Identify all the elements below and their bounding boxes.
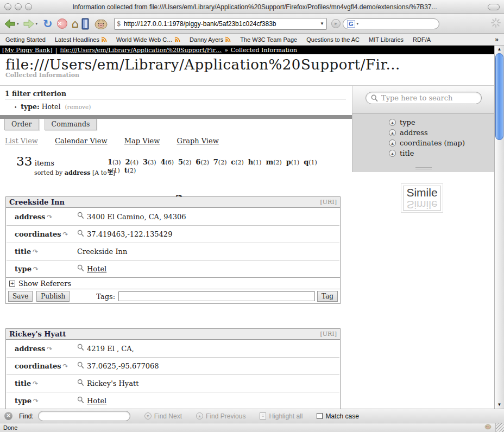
facet-expand-icon[interactable]: ▲	[389, 129, 396, 136]
vertical-scrollbar[interactable]: ▲ ▼	[494, 46, 504, 409]
bookmark-getting-started[interactable]: Getting Started	[5, 36, 46, 43]
stop-button[interactable]: ✕	[57, 18, 67, 29]
go-button[interactable]: ▸	[331, 19, 341, 28]
tags-input[interactable]	[118, 291, 315, 301]
highlight-all-button[interactable]: ≡ Highlight all	[260, 412, 303, 420]
breadcrumb-path-link[interactable]: file:///Users/em/Library/Application%20S…	[60, 47, 222, 54]
minimize-window-button[interactable]	[15, 3, 22, 10]
publish-button[interactable]: Publish	[36, 291, 70, 302]
search-magnifier-icon[interactable]	[77, 230, 84, 237]
breadcrumb-my-piggy-bank-link[interactable]: [My Piggy Bank]	[2, 47, 53, 54]
type-value-link[interactable]: Hotel	[87, 265, 106, 273]
zoom-window-button[interactable]	[25, 3, 32, 10]
save-button[interactable]: Save	[8, 291, 33, 302]
find-field[interactable]	[38, 411, 130, 421]
uri-link[interactable]: [URI]	[320, 199, 337, 206]
bookmark-w3c-team-page[interactable]: The W3C Team Page	[240, 36, 297, 43]
facet-address[interactable]: ▲ address	[389, 128, 494, 138]
bookmark-danny-ayers[interactable]: Danny Ayers	[190, 36, 231, 43]
bookmarks-sidebar-button[interactable]	[81, 18, 90, 30]
back-button[interactable]: ▾	[3, 18, 19, 29]
search-magnifier-icon[interactable]	[77, 212, 84, 219]
web-search-bar[interactable]: G ▾	[343, 18, 439, 29]
facet-title[interactable]: ▲ title	[389, 148, 494, 158]
match-case-checkbox[interactable]	[317, 413, 323, 419]
window-resize-grip[interactable]	[495, 423, 504, 432]
tag-button[interactable]: Tag	[317, 291, 338, 302]
index-link[interactable]: q(1)	[304, 158, 317, 166]
search-box[interactable]	[366, 92, 482, 104]
tab-order[interactable]: Order	[4, 119, 39, 130]
url-history-caret[interactable]: ▼	[320, 21, 324, 26]
web-search-input[interactable]	[358, 20, 443, 28]
bookmarks-overflow-chevron[interactable]: »	[495, 36, 499, 43]
close-findbar-button[interactable]: ✕	[4, 412, 12, 420]
facet-type[interactable]: ▲ type	[389, 117, 494, 128]
panel-resize-handle[interactable]	[415, 166, 432, 169]
index-link[interactable]: 5(2)	[178, 158, 192, 166]
search-magnifier-icon[interactable]	[77, 344, 84, 351]
url-input[interactable]	[124, 20, 320, 28]
find-next-button[interactable]: ▼ Find Next	[144, 412, 182, 420]
index-link[interactable]: t(2)	[124, 167, 136, 174]
piggy-bank-button[interactable]	[93, 17, 109, 30]
index-link[interactable]: 1(3)	[108, 158, 121, 166]
scrollbar-thumb[interactable]	[495, 53, 503, 140]
toolbar-toggle-capsule[interactable]	[488, 4, 500, 10]
forward-button[interactable]: ▾	[22, 18, 38, 29]
calendar-view-link[interactable]: Calendar View	[55, 137, 107, 145]
facet-expand-icon[interactable]: ▲	[389, 119, 396, 126]
map-view-link[interactable]: Map View	[124, 137, 160, 145]
match-case-option[interactable]: Match case	[317, 412, 358, 420]
index-link[interactable]: c(2)	[231, 158, 244, 166]
pivot-arrow-icon[interactable]: ↷	[47, 213, 52, 221]
home-button[interactable]: ⌂	[72, 18, 79, 29]
type-value-link[interactable]: Hotel	[87, 397, 106, 405]
list-view-link[interactable]: List View	[5, 137, 38, 145]
uri-link[interactable]: [URI]	[320, 331, 337, 338]
remove-filter-link[interactable]: (remove)	[65, 104, 91, 110]
bookmark-mit-libraries[interactable]: MIT Libraries	[369, 36, 404, 43]
index-link[interactable]: 4(6)	[160, 158, 174, 166]
scroll-up-arrow[interactable]: ▲	[495, 46, 504, 53]
index-link[interactable]: h(1)	[248, 158, 262, 166]
index-link[interactable]: 7(2)	[213, 158, 227, 166]
pivot-arrow-icon[interactable]: ↷	[47, 345, 52, 353]
facet-expand-icon[interactable]: ▲	[389, 150, 396, 157]
facet-coordinates-map[interactable]: ▲ coordinates (map)	[389, 138, 494, 148]
tab-commands[interactable]: Commands	[45, 119, 97, 130]
bookmark-latest-headlines[interactable]: Latest Headlines	[55, 36, 107, 43]
pivot-arrow-icon[interactable]: ↷	[33, 397, 39, 405]
find-previous-button[interactable]: ▲ Find Previous	[196, 412, 245, 420]
close-window-button[interactable]	[4, 3, 11, 10]
pivot-arrow-icon[interactable]: ↷	[33, 265, 39, 273]
find-input[interactable]	[45, 412, 129, 420]
index-link[interactable]: s(1)	[108, 167, 120, 174]
graph-view-link[interactable]: Graph View	[177, 137, 219, 145]
search-magnifier-icon[interactable]	[77, 396, 84, 404]
index-link[interactable]: 2(4)	[125, 158, 138, 166]
search-input[interactable]	[381, 94, 476, 102]
facet-expand-icon[interactable]: ▲	[389, 139, 396, 147]
reload-button[interactable]: ↻	[43, 18, 53, 30]
pivot-arrow-icon[interactable]: ↷	[33, 380, 38, 387]
location-bar[interactable]: $ ▼	[114, 18, 327, 30]
index-link[interactable]: m(2)	[266, 158, 282, 166]
simile-logo[interactable]: Simile Simile	[403, 186, 441, 211]
pivot-arrow-icon[interactable]: ↷	[63, 231, 68, 238]
bookmark-rdfa[interactable]: RDF/A	[413, 36, 431, 43]
pivot-arrow-icon[interactable]: ↷	[63, 363, 68, 370]
bookmark-questions-to-ac[interactable]: Questions to the AC	[306, 36, 360, 43]
pivot-arrow-icon[interactable]: ↷	[33, 248, 38, 256]
search-magnifier-icon[interactable]	[77, 361, 84, 369]
back-dropdown-caret[interactable]: ▾	[17, 22, 19, 26]
index-link[interactable]: p(1)	[286, 158, 300, 166]
forward-dropdown-caret[interactable]: ▾	[36, 22, 38, 26]
index-link[interactable]: 6(2)	[196, 158, 209, 166]
index-link[interactable]: 3(3)	[143, 158, 156, 166]
search-magnifier-icon[interactable]	[77, 264, 84, 272]
show-referers-toggle[interactable]: + Show Referers	[6, 277, 340, 289]
expand-plus-icon[interactable]: +	[9, 281, 15, 287]
search-magnifier-icon[interactable]	[77, 379, 84, 386]
scroll-down-arrow[interactable]: ▼	[495, 401, 504, 409]
